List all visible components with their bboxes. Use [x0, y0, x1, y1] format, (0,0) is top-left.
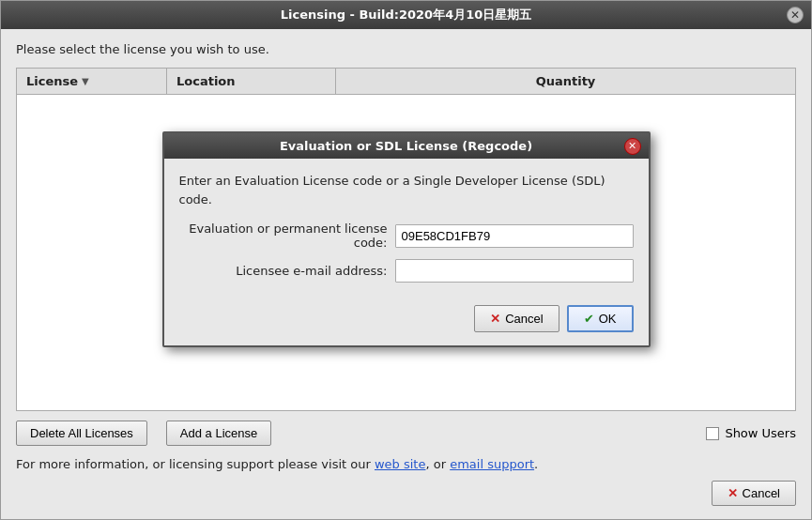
- license-code-label: Evaluation or permanent license code:: [179, 222, 395, 250]
- modal-buttons: ✕ Cancel ✔ OK: [179, 298, 634, 332]
- window-title: Licensing - Build:2020年4月10日星期五: [281, 7, 532, 23]
- email-label: Licensee e-mail address:: [179, 264, 395, 278]
- license-code-input[interactable]: [395, 224, 634, 248]
- show-users-checkbox[interactable]: [706, 427, 719, 440]
- email-support-link[interactable]: email support: [450, 457, 534, 471]
- footer-middle-text: , or: [425, 457, 450, 471]
- modal-overlay: Evaluation or SDL License (Regcode) ✕ En…: [17, 69, 795, 410]
- bottom-buttons-row: Delete All Licenses Add a License Show U…: [16, 421, 796, 446]
- footer-text: For more information, or licensing suppo…: [16, 457, 796, 471]
- window-close-button[interactable]: ✕: [787, 7, 804, 23]
- main-cancel-button[interactable]: ✕ Cancel: [712, 481, 796, 506]
- web-site-link[interactable]: web site: [375, 457, 426, 471]
- cancel-button[interactable]: ✕ Cancel: [474, 305, 559, 332]
- modal-title-bar: Evaluation or SDL License (Regcode) ✕: [164, 133, 649, 159]
- footer-before-text: For more information, or licensing suppo…: [16, 457, 375, 471]
- ok-button[interactable]: ✔ OK: [567, 305, 634, 332]
- cancel-icon: ✕: [490, 312, 500, 326]
- add-license-button[interactable]: Add a License: [166, 421, 271, 446]
- main-window: Licensing - Build:2020年4月10日星期五 ✕ Please…: [0, 0, 812, 520]
- delete-all-licenses-button[interactable]: Delete All Licenses: [16, 421, 147, 446]
- show-users-label: Show Users: [725, 426, 796, 440]
- add-license-label: Add a License: [180, 426, 257, 440]
- modal-dialog: Evaluation or SDL License (Regcode) ✕ En…: [162, 131, 651, 347]
- main-cancel-label: Cancel: [743, 486, 780, 500]
- modal-close-icon: ✕: [628, 140, 636, 152]
- show-users-area: Show Users: [706, 426, 796, 440]
- license-code-row: Evaluation or permanent license code:: [179, 222, 634, 250]
- email-row: Licensee e-mail address:: [179, 259, 634, 283]
- footer-after-text: .: [534, 457, 538, 471]
- modal-body: Enter an Evaluation License code or a Si…: [164, 159, 649, 345]
- instruction-text: Please select the license you wish to us…: [16, 42, 796, 56]
- main-content: Please select the license you wish to us…: [1, 29, 811, 519]
- table-area: License ▼ Location Quantity Evaluation o…: [16, 68, 796, 411]
- main-cancel-icon: ✕: [728, 486, 738, 500]
- modal-close-button[interactable]: ✕: [624, 138, 641, 155]
- footer-bottom-row: ✕ Cancel: [16, 481, 796, 506]
- cancel-label: Cancel: [505, 312, 543, 326]
- title-bar: Licensing - Build:2020年4月10日星期五 ✕: [1, 1, 811, 29]
- ok-icon: ✔: [584, 312, 594, 326]
- modal-title: Evaluation or SDL License (Regcode): [280, 139, 532, 153]
- email-input[interactable]: [395, 259, 634, 283]
- ok-label: OK: [599, 312, 617, 326]
- modal-description: Enter an Evaluation License code or a Si…: [179, 172, 634, 208]
- delete-all-label: Delete All Licenses: [30, 426, 133, 440]
